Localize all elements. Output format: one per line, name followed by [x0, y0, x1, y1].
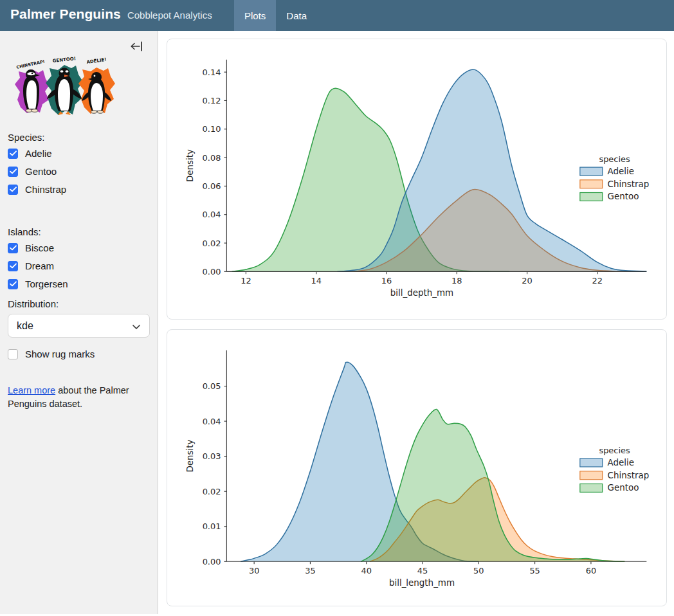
- y-tick-label: 0.10: [203, 124, 221, 134]
- collapse-sidebar-icon: [129, 40, 145, 53]
- checkbox-box: [8, 279, 18, 289]
- y-tick-label: 0.01: [203, 521, 221, 531]
- species-group-label: Species:: [8, 132, 45, 143]
- penguin-artwork: CHINSTRAP! GENTOO! ADÉLIE!: [9, 55, 120, 120]
- gentoo-label: GENTOO!: [52, 56, 76, 64]
- chinstrap-label: CHINSTRAP!: [16, 59, 46, 70]
- y-tick-label: 0.03: [203, 451, 221, 461]
- checkbox-box: [8, 261, 18, 271]
- x-tick-label: 22: [592, 276, 603, 285]
- legend-swatch-chinstrap: [580, 180, 603, 188]
- check-icon: [10, 245, 17, 251]
- legend-label-adelie: Adelie: [608, 458, 634, 467]
- legend-swatch-adelie: [580, 458, 603, 467]
- y-axis-label: Density: [185, 149, 195, 182]
- legend-label-gentoo: Gentoo: [608, 192, 639, 201]
- y-tick-label: 0.04: [203, 210, 221, 219]
- dataset-footnote: Learn more about the Palmer Penguins dat…: [8, 384, 140, 411]
- checkbox-box: [8, 349, 18, 359]
- bill-depth-density-plot: 0.000.020.040.060.080.100.120.1412141618…: [167, 39, 666, 319]
- checkbox-box: [8, 167, 18, 177]
- y-axis-label: Density: [185, 440, 195, 473]
- y-tick-label: 0.00: [203, 557, 221, 566]
- x-tick-label: 16: [381, 276, 392, 285]
- legend-label-adelie: Adelie: [608, 167, 634, 176]
- checkbox-species-adelie[interactable]: Adelie: [8, 148, 52, 159]
- check-icon: [10, 168, 17, 174]
- x-tick-label: 14: [311, 276, 321, 285]
- chevron-down-icon: [131, 322, 141, 334]
- learn-more-link[interactable]: Learn more: [8, 385, 55, 395]
- legend-label-gentoo: Gentoo: [608, 483, 639, 493]
- y-tick-label: 0.02: [203, 487, 221, 496]
- checkbox-box: [8, 149, 18, 159]
- legend-swatch-adelie: [580, 167, 603, 176]
- legend-label-chinstrap: Chinstrap: [608, 179, 650, 189]
- legend-swatch-gentoo: [580, 193, 603, 201]
- x-tick-label: 40: [361, 566, 372, 575]
- x-tick-label: 55: [529, 566, 540, 575]
- checkbox-label: Chinstrap: [25, 184, 66, 195]
- checkbox-island-torgersen[interactable]: Torgersen: [8, 278, 68, 289]
- y-tick-label: 0.05: [203, 381, 221, 391]
- checkbox-box: [8, 243, 18, 253]
- checkbox-island-biscoe[interactable]: Biscoe: [8, 242, 54, 253]
- check-icon: [10, 263, 17, 269]
- legend-swatch-chinstrap: [580, 471, 603, 480]
- y-tick-label: 0.12: [203, 96, 221, 105]
- y-tick-label: 0.14: [203, 68, 221, 77]
- legend-swatch-gentoo: [580, 484, 603, 492]
- tab-data[interactable]: Data: [276, 0, 317, 31]
- sidebar: CHINSTRAP! GENTOO! ADÉLIE! Species: Adel…: [0, 31, 158, 614]
- x-tick-label: 50: [473, 566, 484, 575]
- app-subtitle: Cobblepot Analytics: [127, 10, 212, 21]
- legend-title: species: [599, 154, 630, 164]
- checkbox-species-chinstrap[interactable]: Chinstrap: [8, 184, 66, 195]
- check-icon: [10, 281, 17, 287]
- checkbox-label: Gentoo: [25, 166, 57, 177]
- x-axis-label: bill_length_mm: [389, 578, 455, 588]
- checkbox-label: Torgersen: [25, 278, 68, 289]
- adelie-label: ADÉLIE!: [86, 57, 107, 65]
- y-tick-label: 0.04: [203, 417, 221, 426]
- x-axis-label: bill_depth_mm: [390, 288, 453, 298]
- x-tick-label: 30: [249, 566, 259, 575]
- distribution-select[interactable]: kde: [8, 314, 150, 338]
- plot-card-bill-depth: 0.000.020.040.060.080.100.120.1412141618…: [167, 39, 667, 320]
- nav-tabs: Plots Data: [234, 0, 317, 31]
- app-window: Palmer Penguins Cobblepot Analytics Plot…: [0, 0, 674, 616]
- checkbox-species-gentoo[interactable]: Gentoo: [8, 166, 57, 177]
- app-brand: Palmer Penguins Cobblepot Analytics: [10, 6, 212, 22]
- penguin-artwork-image: CHINSTRAP! GENTOO! ADÉLIE!: [9, 55, 120, 120]
- app-title: Palmer Penguins: [10, 6, 121, 22]
- y-tick-label: 0.00: [203, 267, 221, 276]
- main-content: 0.000.020.040.060.080.100.120.1412141618…: [159, 31, 674, 616]
- islands-group-label: Islands:: [8, 226, 41, 237]
- navbar: Palmer Penguins Cobblepot Analytics Plot…: [0, 0, 674, 31]
- y-tick-label: 0.02: [203, 239, 221, 248]
- checkbox-show-rug-marks[interactable]: Show rug marks: [8, 349, 95, 359]
- legend-label-chinstrap: Chinstrap: [608, 471, 650, 480]
- checkbox-island-dream[interactable]: Dream: [8, 260, 54, 271]
- y-tick-label: 0.06: [203, 181, 221, 191]
- plot-card-bill-length: 0.000.010.020.030.040.0530354045505560bi…: [167, 329, 667, 606]
- x-tick-label: 18: [451, 276, 462, 285]
- distribution-label: Distribution:: [8, 298, 59, 309]
- checkbox-label: Show rug marks: [25, 349, 95, 359]
- check-icon: [10, 186, 17, 192]
- legend-title: species: [599, 446, 630, 455]
- check-icon: [10, 150, 17, 156]
- checkbox-box: [8, 185, 18, 195]
- distribution-selected-value: kde: [17, 320, 33, 332]
- x-tick-label: 12: [241, 276, 251, 285]
- x-tick-label: 60: [586, 566, 596, 575]
- y-tick-label: 0.08: [203, 153, 221, 163]
- x-tick-label: 45: [417, 566, 428, 575]
- tab-plots[interactable]: Plots: [234, 0, 276, 31]
- collapse-sidebar-button[interactable]: [129, 40, 145, 53]
- checkbox-label: Dream: [25, 260, 54, 271]
- checkbox-label: Biscoe: [25, 242, 54, 253]
- bill-length-density-plot: 0.000.010.020.030.040.0530354045505560bi…: [167, 330, 666, 606]
- x-tick-label: 20: [522, 276, 532, 285]
- checkbox-label: Adelie: [25, 148, 52, 159]
